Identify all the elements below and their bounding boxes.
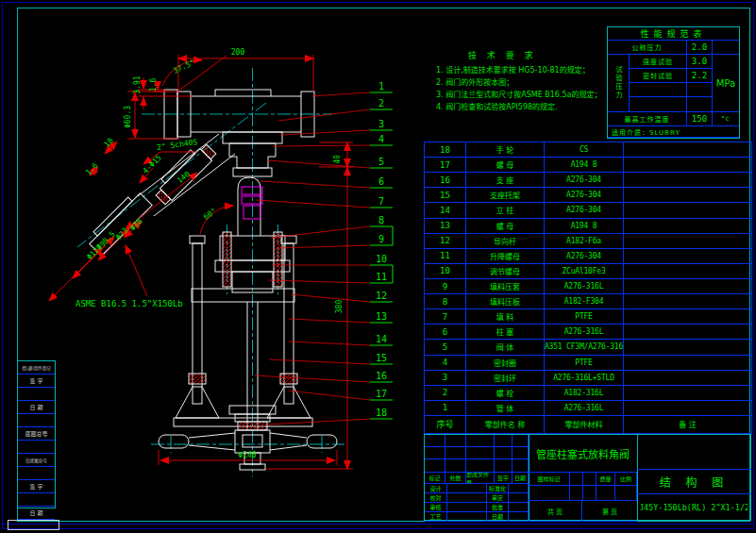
table-row: 15支座托架A276-304 (425, 188, 752, 203)
part-num: 8 (425, 294, 466, 309)
table-row: 5阀 体A351 CF3M/A276-316L (425, 340, 752, 355)
part-num: 10 (425, 263, 466, 278)
model-number: FJ45Y-150Lb(RL) 2"X1-1/2" (641, 494, 748, 521)
test-pressure-label: 试验压力 (608, 55, 630, 112)
part-name: 填料压板 (466, 294, 545, 309)
centerlines (77, 68, 344, 476)
strip-cell: 旧底图总号 (18, 454, 55, 467)
strip-cell (18, 414, 55, 427)
part-remark (624, 294, 752, 309)
rev-doc-label: 更改文件号 (466, 473, 495, 484)
part-num: 14 (425, 203, 466, 218)
empty-cell (447, 493, 487, 503)
header-name: 零部件名 称 (466, 415, 545, 433)
table-row: 13螺 母A194 8 (425, 218, 752, 233)
tech-note-line: 2. 阀门的外形按本图； (436, 76, 615, 89)
dim-dia-60-3: Φ60.3 (124, 106, 132, 128)
empty-cell (687, 97, 713, 112)
dim-1-6-top: 1.6 (149, 78, 158, 92)
nominal-pressure-value: 2.0 (687, 41, 713, 55)
part-name: 填 料 (466, 309, 545, 325)
empty-cell (713, 41, 739, 55)
empty-cell (495, 459, 512, 473)
medium-label: 适用介质：SLURRY (608, 126, 739, 138)
nominal-pressure-label: 公称压力 (608, 41, 687, 55)
part-material: PTFE (545, 355, 624, 370)
drawing-type: 结 构 图 (637, 470, 751, 494)
revision-header-row: 标记 处数 更改文件号 签字 日期 (425, 473, 529, 484)
header-material: 零部件材料 (545, 415, 624, 433)
tech-notes-title: 技 术 要 求 (468, 49, 615, 61)
empty-cell (495, 435, 512, 447)
table-header-row: 序号零部件名 称零部件材料备 注 (425, 415, 752, 433)
strip-cell: 签 字 (18, 375, 55, 388)
dim-dia-38: Φ38 (128, 217, 144, 233)
empty-cell (445, 447, 466, 459)
seal-test-label: 密封试验 (630, 69, 687, 83)
part-remark (624, 385, 752, 400)
valve-assembly-canvas[interactable]: 1 2 3 4 5 6 7 8 9 10 11 12 13 14 15 16 1… (14, 9, 422, 511)
part-material: A276-304 (545, 248, 624, 263)
strip-cell: 底图总号 (18, 427, 55, 441)
weight-label: 质量 (596, 473, 615, 486)
strip-cell: 借(通)用件登记 (18, 361, 55, 375)
rev-sign-label: 签字 (495, 473, 512, 484)
part-material: A182-F304 (545, 294, 624, 309)
part-name: 阀 体 (466, 340, 545, 355)
part-material: A276-316L+STLD (545, 370, 624, 385)
revision-grid (425, 435, 529, 473)
balloon-7: 7 (378, 196, 384, 207)
dim-4-dia-15: 4-Φ15 (142, 153, 164, 175)
strength-test-label: 强度试验 (630, 55, 687, 69)
part-material: CS (545, 142, 624, 158)
balloon-18: 18 (376, 408, 387, 418)
part-num: 4 (425, 355, 466, 370)
balloon-1: 1 (378, 81, 384, 92)
dim-dia-73: Φ73 (114, 226, 130, 242)
part-remark (624, 370, 752, 385)
balloon-5: 5 (378, 157, 384, 167)
balloon-9: 9 (378, 234, 384, 244)
part-name: 螺 栓 (466, 385, 545, 400)
max-temp-label: 最高工作温度 (608, 112, 687, 126)
part-material: ZCuAl10Fe3 (545, 263, 624, 278)
part-material: A276-304 (545, 203, 624, 218)
performance-spec-table: 性能规范表 公称压力 2.0 试验压力 强度试验 3.0 密封试验 2.2 MP… (607, 26, 740, 139)
page-no-label: 第 页 (582, 501, 637, 522)
part-remark (624, 355, 752, 370)
part-material: A276-316L (545, 325, 624, 340)
part-material: A276-304 (545, 173, 624, 188)
part-num: 6 (425, 325, 466, 340)
empty-cell (466, 459, 495, 473)
header-num: 序号 (425, 415, 466, 433)
empty-cell (447, 503, 487, 512)
balloon-6: 6 (378, 176, 384, 187)
product-name: 管座柱塞式放料角阀 (529, 435, 637, 473)
table-row: 9填料压套A276-316L (425, 278, 752, 293)
empty-cell (445, 459, 466, 473)
empty-cell (447, 484, 487, 493)
part-material: PTFE (545, 309, 624, 325)
balloon-17: 17 (376, 389, 387, 399)
empty-cell (425, 447, 445, 459)
part-material: A194 8 (545, 158, 624, 173)
cad-drawing-sheet: 1 2 3 4 5 6 7 8 9 10 11 12 13 14 15 16 1… (0, 0, 756, 533)
pages-total-label: 共 页 (529, 501, 582, 522)
part-name: 管 体 (466, 400, 545, 415)
dim-dia-240: Φ240 (238, 451, 256, 459)
label-2in-sch40s: 2" Sch40S (157, 138, 198, 152)
part-material: A182-316L (545, 385, 624, 400)
scale-label: 比例 (615, 473, 637, 486)
empty-cell (425, 459, 445, 473)
table-row: 2螺 栓A182-316L (425, 385, 752, 400)
empty-cell (445, 435, 466, 447)
strip-cell (18, 441, 55, 454)
craft-label: 工艺 (425, 512, 447, 522)
technical-requirements: 技 术 要 求 1. 设计,制造技术要求按 HG5-10-81的规定； 2. 阀… (436, 49, 615, 113)
strip-cell: 日 期 (18, 401, 55, 414)
dim-1-6-diag: 1.6 (84, 161, 100, 177)
empty-cell (509, 512, 529, 522)
part-name: 螺 母 (466, 158, 545, 173)
part-num: 2 (425, 385, 466, 400)
empty-cell (583, 473, 596, 486)
